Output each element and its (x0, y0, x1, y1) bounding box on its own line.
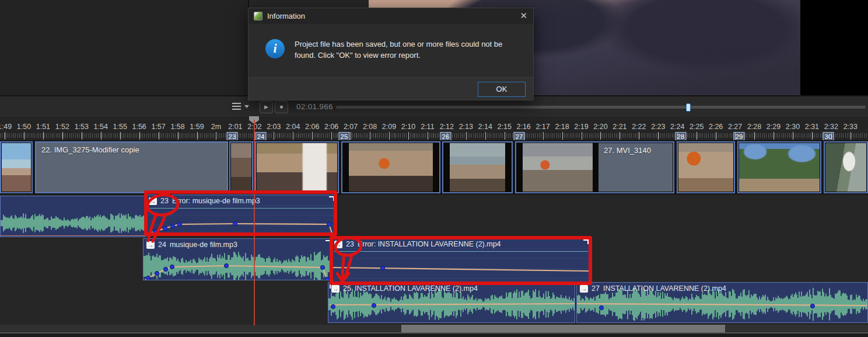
ruler-label: 2:18 (555, 123, 569, 131)
preview-left-pane (0, 0, 249, 95)
ruler-label: 1:55 (113, 123, 127, 131)
slide-marker-29[interactable]: 29 (734, 132, 745, 140)
slide-22[interactable]: 22. IMG_3275-Modifier copie (35, 141, 228, 193)
slide-29-thumbnail[interactable] (737, 141, 821, 193)
scrollbar-thumb[interactable] (401, 325, 725, 332)
timeline-menu-button[interactable] (232, 103, 250, 111)
ruler-label: 2:24 (670, 123, 684, 131)
ruler-tick (505, 132, 505, 140)
ruler-label: 2:23 (651, 123, 665, 131)
ruler-tick (754, 132, 755, 140)
clip-corner-handle (330, 284, 335, 289)
clip-number: 23 (160, 197, 169, 205)
close-icon[interactable]: ✕ (520, 11, 527, 20)
error-clip-23-mp4[interactable]: → 23 Error: INSTALLATION LAVARENNE (2).m… (331, 238, 590, 284)
slide-27[interactable]: 27. MVI_3140 (515, 141, 674, 193)
slide-marker-25[interactable]: 25 (339, 132, 350, 140)
ruler-tick (82, 132, 82, 140)
information-dialog: Information ✕ i Project file has been sa… (248, 8, 534, 100)
expand-arrow-icon[interactable]: → (149, 197, 157, 205)
ruler-label: 2:07 (344, 123, 358, 131)
ruler-tick (178, 132, 178, 140)
seek-bar[interactable] (336, 106, 866, 109)
app-window: ▶ ■ 02:01.966 1:491:501:511:521:531:541:… (0, 0, 868, 337)
ruler-label: 2:28 (747, 123, 761, 131)
slide-28-thumbnail[interactable] (677, 141, 735, 193)
expand-arrow-icon[interactable]: → (580, 285, 588, 293)
ruler-label: 2:06 (324, 123, 338, 131)
audio-clip-partial[interactable] (0, 196, 146, 237)
error-clip-23-mp3[interactable]: → 23 Error: musique-de film.mp3 (145, 194, 336, 236)
audio-clip-27[interactable]: → 27 INSTALLATION LAVARENNE (2).mp4 (576, 282, 868, 323)
slide-30-thumbnail[interactable] (824, 141, 868, 193)
slide-marker-30[interactable]: 30 (823, 132, 834, 140)
ruler-tick (658, 132, 659, 140)
stop-button[interactable]: ■ (275, 101, 288, 113)
ruler-label: 2:09 (382, 123, 396, 131)
slide-26-thumbnail[interactable] (442, 141, 513, 193)
clip-corner-handle (326, 240, 331, 245)
expand-arrow-icon[interactable]: → (334, 241, 342, 248)
ruler-label: 1:50 (17, 123, 31, 131)
ruler-label: 2:25 (690, 123, 704, 131)
play-button[interactable]: ▶ (260, 101, 273, 113)
ruler-tick (774, 132, 774, 140)
horizontal-scrollbar[interactable] (0, 325, 868, 332)
thumbnail-image (343, 143, 439, 192)
ok-button[interactable]: OK (478, 82, 526, 97)
audio-clip-25[interactable]: → 25 INSTALLATION LAVARENNE (2).mp4 (328, 282, 575, 323)
info-icon: i (265, 39, 285, 58)
thumbnail-image (257, 143, 337, 192)
seek-thumb[interactable] (686, 103, 691, 112)
ruler-label: 2:04 (286, 123, 300, 131)
ruler-label: 2:15 (498, 123, 512, 131)
slide-marker-24[interactable]: 24 (256, 132, 267, 140)
ruler-label: 2:06 (305, 123, 319, 131)
slide-25-thumbnail[interactable] (341, 141, 440, 193)
slide-marker-26[interactable]: 26 (440, 132, 452, 140)
playhead-line (254, 120, 255, 325)
ruler-tick (62, 132, 63, 140)
ruler-label: 2:32 (824, 123, 838, 131)
ruler-label: 2:31 (805, 123, 819, 131)
clip-name: musique-de film.mp3 (170, 241, 237, 249)
ruler-label: 2m (211, 123, 221, 131)
ruler-tick (101, 132, 102, 140)
dialog-title: Information (267, 12, 305, 20)
ruler-label: 2:33 (844, 123, 858, 131)
clip-name: INSTALLATION LAVARENNE (2).mp4 (603, 284, 726, 293)
ruler-tick (696, 132, 697, 140)
slide-marker-23[interactable]: 23 (227, 132, 238, 140)
bottom-strip (0, 333, 868, 337)
ruler-label: 1:56 (132, 123, 146, 131)
thumbnail-image (2, 143, 31, 192)
ruler-tick (389, 132, 390, 140)
thumbnail-image (231, 143, 251, 192)
ruler-tick (466, 132, 467, 140)
ruler-tick (562, 132, 563, 140)
dialog-titlebar[interactable]: Information ✕ (249, 8, 533, 24)
ruler-label: 2:13 (459, 123, 473, 131)
thumbnail-image (825, 143, 866, 192)
dialog-message: Project file has been saved, but one or … (295, 39, 523, 61)
slide-23-thumbnail[interactable] (229, 141, 253, 193)
ruler-tick (582, 132, 582, 140)
slide-21-thumbnail[interactable] (0, 141, 33, 193)
audio-clip-24[interactable]: → 24 musique-de film.mp3 (143, 238, 332, 280)
ruler-label: 2:20 (593, 123, 607, 131)
ruler-tick (793, 132, 793, 140)
chevron-down-icon (244, 105, 249, 108)
ruler-label: 2:10 (401, 123, 415, 131)
ruler-tick (197, 132, 198, 140)
slide-24-thumbnail[interactable] (255, 141, 339, 193)
expand-arrow-icon[interactable]: → (146, 241, 155, 249)
ruler-tick (600, 132, 601, 140)
clip-corner-handle (583, 239, 589, 244)
slide-marker-27[interactable]: 27 (514, 132, 525, 140)
thumbnail-image (739, 143, 820, 192)
slide-marker-28[interactable]: 28 (676, 132, 687, 140)
ruler-tick (716, 132, 716, 140)
timeline-ruler[interactable]: 1:491:501:511:521:531:541:551:561:571:58… (0, 117, 868, 140)
ruler-tick (639, 132, 639, 140)
clip-name: Error: INSTALLATION LAVARENNE (2).mp4 (358, 240, 501, 248)
